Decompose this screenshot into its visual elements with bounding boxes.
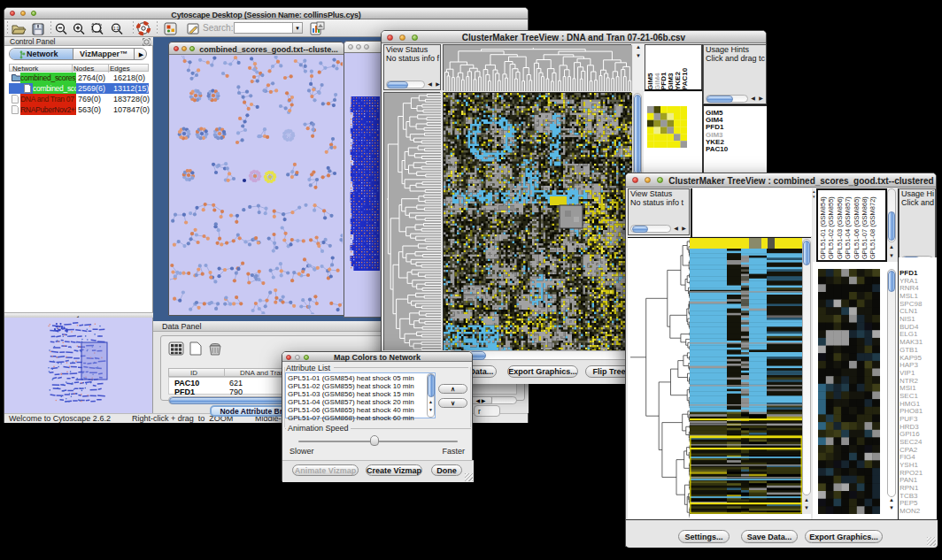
svg-text:GPL51-07 (GSM868): GPL51-07 (GSM868) <box>861 196 869 259</box>
svg-text:PAC10: PAC10 <box>681 67 689 90</box>
svg-text:GPL51-08 (GSM872): GPL51-08 (GSM872) <box>869 196 876 259</box>
svg-text:GPL51-06 (GSM865): GPL51-06 (GSM865) <box>853 196 861 259</box>
svg-text:1:1: 1:1 <box>113 27 120 31</box>
svg-text:GPL51-03 (GSM856): GPL51-03 (GSM856) <box>836 196 844 259</box>
svg-text:GPL51-02 (GSM855): GPL51-02 (GSM855) <box>827 196 835 259</box>
svg-text:GPL51-04 (GSM857): GPL51-04 (GSM857) <box>844 196 852 259</box>
svg-text:GPL51-01 (GSM854): GPL51-01 (GSM854) <box>819 196 827 259</box>
